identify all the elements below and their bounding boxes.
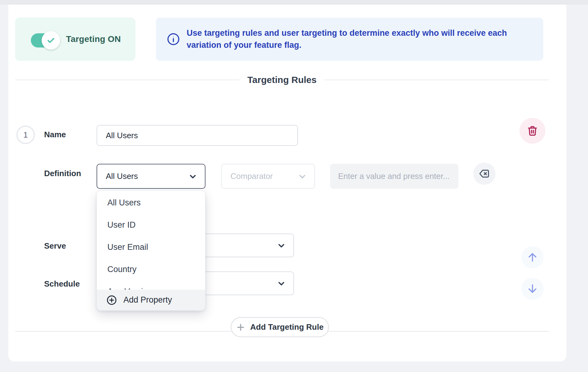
- divider: [15, 80, 239, 80]
- toggle-knob: [42, 31, 60, 50]
- info-icon: [167, 33, 180, 46]
- chevron-down-icon: [277, 279, 286, 288]
- move-rule-down-button[interactable]: [521, 278, 544, 300]
- arrow-up-icon: [526, 251, 539, 263]
- targeting-status-panel: Targeting ON: [15, 18, 135, 61]
- add-targeting-rule-button[interactable]: Add Targeting Rule: [231, 317, 329, 337]
- schedule-label: Schedule: [44, 279, 80, 289]
- section-header: Targeting Rules: [15, 74, 549, 86]
- check-icon: [46, 36, 56, 45]
- top-strip: [0, 0, 588, 4]
- definition-label: Definition: [44, 169, 81, 178]
- delete-rule-button[interactable]: [520, 118, 545, 144]
- info-banner-text: Use targeting rules and user targeting t…: [187, 27, 532, 51]
- plus-circle-icon: [106, 295, 117, 306]
- menu-item-app-version[interactable]: App Version: [97, 280, 205, 290]
- divider: [325, 80, 549, 80]
- property-menu-list: All Users User ID User Email Country App…: [97, 191, 205, 290]
- definition-select[interactable]: All Users: [97, 164, 205, 189]
- definition-value-input[interactable]: [330, 164, 458, 189]
- move-rule-up-button[interactable]: [521, 246, 544, 268]
- add-property-menu-item[interactable]: Add Property: [97, 290, 205, 310]
- rule-name-input[interactable]: [97, 125, 298, 146]
- add-targeting-rule-label: Add Targeting Rule: [250, 322, 324, 332]
- arrow-down-icon: [526, 283, 539, 295]
- name-label: Name: [44, 130, 66, 139]
- backspace-icon: [478, 168, 490, 180]
- targeting-toggle[interactable]: [31, 33, 59, 48]
- add-property-label: Add Property: [123, 295, 172, 305]
- trash-icon: [527, 125, 538, 137]
- definition-select-value: All Users: [106, 172, 138, 181]
- serve-label: Serve: [44, 241, 66, 251]
- menu-item-user-email[interactable]: User Email: [97, 236, 205, 258]
- menu-item-country[interactable]: Country: [97, 258, 205, 280]
- info-banner: Use targeting rules and user targeting t…: [156, 18, 543, 61]
- menu-item-user-id[interactable]: User ID: [97, 214, 205, 236]
- chevron-down-icon: [277, 241, 286, 250]
- clear-definition-button[interactable]: [473, 163, 495, 185]
- chevron-down-icon: [188, 172, 197, 181]
- comparator-select[interactable]: Comparator: [221, 164, 315, 189]
- targeting-status-label: Targeting ON: [66, 18, 121, 61]
- page-title: Targeting Rules: [239, 75, 325, 85]
- comparator-select-placeholder: Comparator: [230, 172, 273, 181]
- chevron-down-icon: [298, 172, 307, 181]
- plus-icon: [236, 323, 245, 332]
- property-dropdown-menu: All Users User ID User Email Country App…: [97, 190, 205, 311]
- menu-item-all-users[interactable]: All Users: [97, 192, 205, 214]
- rule-number-badge: 1: [16, 126, 35, 144]
